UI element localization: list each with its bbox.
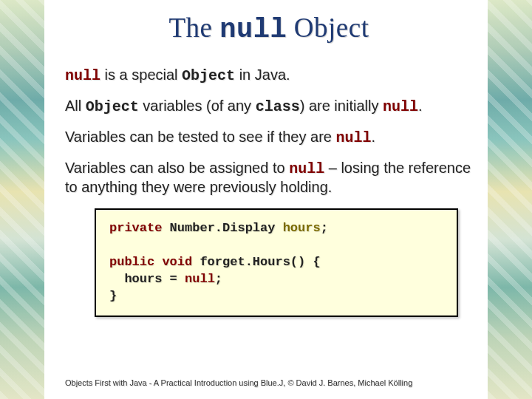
p3-s1: Variables can be tested to see if they a… [65, 129, 336, 145]
title-pre: The [169, 13, 220, 43]
paragraph-1: null is a special Object in Java. [65, 66, 473, 85]
slide-content: The null Object null is a special Object… [44, 0, 488, 399]
p2-s3: variables (of any [139, 98, 256, 114]
p2-null: null [383, 98, 418, 115]
p2-s7: . [418, 98, 423, 114]
code-example: private Number.Display hours; public voi… [95, 208, 458, 317]
code-blank [109, 238, 117, 252]
p1-kw-null: null [65, 67, 100, 84]
slide-footer: Objects First with Java - A Practical In… [65, 378, 473, 387]
p2-s5: ) are initially [300, 98, 383, 114]
decorative-strip-left [0, 0, 44, 399]
decorative-strip-right [488, 0, 532, 399]
code-l1b: Number.Display [162, 221, 282, 235]
code-l1d: ; [321, 221, 328, 235]
p1-object: Object [182, 67, 235, 84]
code-kw-public-void: public void [109, 255, 192, 269]
p4-null: null [289, 160, 324, 177]
paragraph-3: Variables can be tested to see if they a… [65, 128, 473, 147]
p3-null: null [336, 129, 372, 146]
p2-object: Object [86, 98, 139, 115]
code-kw-private: private [109, 221, 162, 235]
title-post: Object [287, 13, 369, 43]
title-keyword: null [219, 14, 287, 45]
code-l3a: hours = [109, 272, 185, 286]
slide-title: The null Object [65, 12, 473, 45]
code-id-hours: hours [283, 221, 321, 235]
code-kw-null: null [185, 272, 215, 286]
paragraph-2: All Object variables (of any class) are … [65, 97, 473, 116]
p4-s1: Variables can also be assigned to [65, 160, 289, 176]
paragraph-4: Variables can also be assigned to null –… [65, 159, 473, 197]
p1-text: is a special [100, 66, 182, 83]
p2-s1: All [65, 98, 86, 114]
code-l3c: ; [215, 272, 222, 286]
code-l4: } [109, 289, 117, 303]
p3-s3: . [372, 129, 376, 145]
p2-class: class [256, 98, 300, 115]
p1-tail: in Java. [235, 66, 290, 83]
code-l2b: forget.Hours() { [192, 255, 320, 269]
